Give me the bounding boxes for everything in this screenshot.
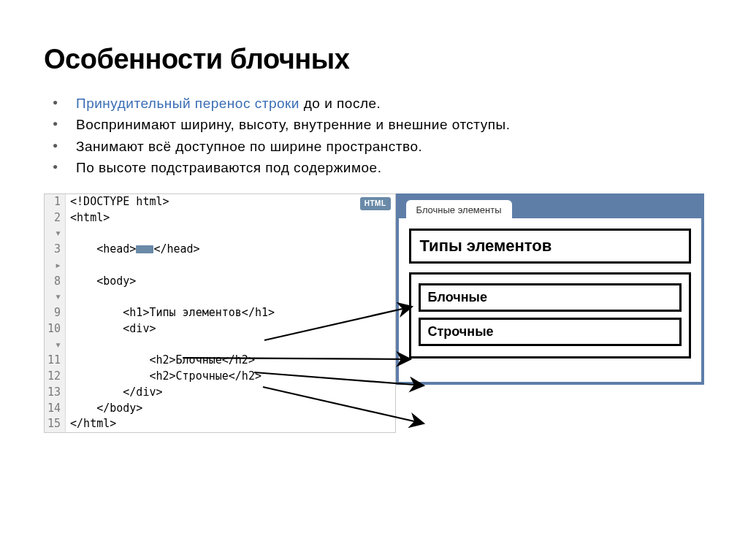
language-badge: HTML	[360, 197, 391, 211]
code-editor-panel: HTML 1<!DOCTYPE html>2 ▾<html>3 ▸ <head>…	[44, 193, 396, 433]
slide-title: Особенности блочных	[44, 44, 704, 75]
code-table: 1<!DOCTYPE html>2 ▾<html>3 ▸ <head></hea…	[45, 194, 395, 432]
line-number: 2 ▾	[45, 210, 66, 242]
code-line: <body>	[66, 274, 395, 306]
line-number: 11	[45, 353, 66, 369]
line-number: 14	[45, 401, 66, 417]
rendered-h2: Строчные	[419, 318, 682, 346]
bullet-link-text: Принудительный перенос строки	[76, 96, 299, 111]
collapsed-fold-icon	[136, 245, 153, 253]
code-line: </html>	[66, 416, 395, 432]
code-line: <h2>Блочные</h2>	[66, 353, 395, 369]
line-number: 1	[45, 194, 66, 210]
line-number: 12	[45, 369, 66, 385]
bullet-item: Воспринимают ширину, высоту, внутренние …	[73, 114, 704, 135]
line-number: 10 ▾	[45, 321, 66, 353]
browser-tab-bar: Блочные элементы	[396, 193, 705, 218]
browser-viewport: Типы элементов Блочные Строчные	[396, 218, 705, 385]
code-line: </div>	[66, 385, 395, 401]
bullet-item: По высоте подстраиваются под содержимое.	[73, 157, 704, 178]
code-line: <h2>Строчные</h2>	[66, 369, 395, 385]
code-line: </body>	[66, 401, 395, 417]
rendered-h2: Блочные	[419, 283, 682, 312]
code-line: <h1>Типы элементов</h1>	[66, 305, 395, 321]
rendered-h1-box: Типы элементов	[409, 229, 692, 264]
line-number: 15	[45, 416, 66, 432]
bullet-item: Занимают всё доступное по ширине простра…	[73, 136, 704, 157]
line-number: 9	[45, 305, 66, 321]
content-row: HTML 1<!DOCTYPE html>2 ▾<html>3 ▸ <head>…	[44, 193, 704, 433]
rendered-h1: Типы элементов	[420, 237, 681, 256]
code-line: <html>	[66, 210, 395, 242]
browser-mock: Блочные элементы Типы элементов Блочные …	[396, 193, 705, 385]
rendered-div-box: Блочные Строчные	[409, 272, 692, 358]
code-line: <head></head>	[66, 242, 395, 274]
code-line: <div>	[66, 321, 395, 353]
line-number: 8 ▾	[45, 274, 66, 306]
code-line: <!DOCTYPE html>	[66, 194, 395, 210]
bullet-item: Принудительный перенос строки до и после…	[73, 93, 704, 114]
bullet-text: до и после.	[299, 96, 381, 111]
browser-tab: Блочные элементы	[406, 200, 512, 218]
line-number: 13	[45, 385, 66, 401]
bullet-list: Принудительный перенос строки до и после…	[44, 93, 704, 179]
line-number: 3 ▸	[45, 242, 66, 274]
